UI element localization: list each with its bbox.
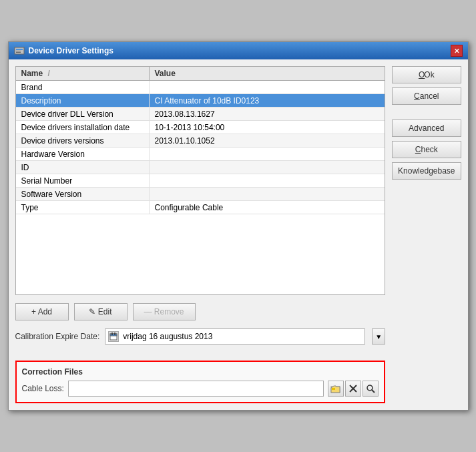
table-row[interactable]: Brand (16, 81, 385, 94)
row-value: 10-1-2013 10:54:00 (150, 121, 385, 134)
name-column-header: Name / (16, 67, 150, 80)
knowledgebase-button[interactable]: Knowledgebase (392, 162, 461, 180)
calibration-date-input[interactable]: vrijdag 16 augustus 2013 (105, 328, 365, 345)
row-value: CI Attenuator of 10dB ID0123 (150, 94, 385, 107)
cable-loss-label: Cable Loss: (22, 384, 64, 393)
row-name: Hardware Version (16, 148, 150, 160)
svg-rect-1 (16, 49, 23, 50)
table-row[interactable]: Description CI Attenuator of 10dB ID0123 (16, 94, 385, 107)
row-name: Device driver DLL Version (16, 107, 150, 120)
main-content: Name / Value Brand Description CI Attenu… (15, 66, 386, 403)
cancel-button[interactable]: Cancel (392, 87, 461, 105)
open-file-button[interactable] (328, 381, 344, 397)
main-window: Device Driver Settings ✕ Name / Value Br… (8, 41, 469, 411)
row-name: Software Version (16, 188, 150, 200)
table-row[interactable]: Type Configurable Cable (16, 201, 385, 214)
calibration-date-label: Calibration Expire Date: (15, 332, 100, 341)
properties-table: Name / Value Brand Description CI Attenu… (15, 66, 386, 295)
window-title: Device Driver Settings (29, 46, 113, 55)
close-button[interactable]: ✕ (451, 45, 463, 57)
window-icon (14, 45, 25, 56)
edit-button[interactable]: ✎ Edit (74, 303, 128, 320)
correction-files-section: Correction Files Cable Loss: (15, 361, 386, 403)
row-name: Type (16, 201, 150, 214)
svg-point-12 (367, 385, 373, 391)
table-row[interactable]: Hardware Version (16, 148, 385, 161)
svg-rect-9 (332, 388, 335, 390)
row-value (150, 174, 385, 187)
cable-loss-row: Cable Loss: (22, 381, 379, 397)
row-name: ID (16, 161, 150, 174)
table-row[interactable]: Device drivers installation date 10-1-20… (16, 121, 385, 134)
row-value (150, 161, 385, 174)
action-buttons: + Add ✎ Edit — Remove (15, 303, 386, 320)
svg-rect-3 (16, 52, 21, 53)
table-spacer (16, 214, 385, 294)
row-name: Device drivers versions (16, 134, 150, 147)
calendar-dropdown-button[interactable]: ▼ (372, 328, 385, 345)
svg-rect-2 (16, 51, 21, 51)
table-row[interactable]: Device drivers versions 2013.01.10.1052 (16, 134, 385, 148)
row-value (150, 148, 385, 160)
ok-button[interactable]: OOk (392, 66, 461, 83)
cable-loss-input[interactable] (68, 381, 324, 397)
side-buttons: OOk Cancel Advanced Check Knowledgebase (392, 66, 461, 403)
row-name: Serial Number (16, 174, 150, 187)
check-button[interactable]: Check (392, 141, 461, 158)
advanced-button[interactable]: Advanced (392, 120, 461, 137)
table-row[interactable]: ID (16, 161, 385, 174)
table-row[interactable]: Software Version (16, 188, 385, 201)
table-row[interactable]: Serial Number (16, 174, 385, 188)
search-file-button[interactable] (363, 381, 379, 397)
calendar-icon (108, 331, 119, 342)
remove-button[interactable]: — Remove (133, 303, 196, 320)
correction-files-title: Correction Files (22, 367, 379, 377)
table-row[interactable]: Device driver DLL Version 2013.08.13.162… (16, 107, 385, 121)
spacer (392, 109, 461, 116)
row-value (150, 188, 385, 200)
row-name: Description (16, 94, 150, 107)
window-body: Name / Value Brand Description CI Attenu… (9, 59, 468, 410)
calibration-date-row: Calibration Expire Date: vrijdag 16 augu… (15, 328, 386, 345)
table-header: Name / Value (16, 67, 385, 81)
calibration-date-value: vrijdag 16 augustus 2013 (123, 332, 212, 341)
correction-action-buttons (328, 381, 379, 397)
title-bar-left: Device Driver Settings (14, 45, 113, 56)
row-value (150, 81, 385, 93)
svg-rect-5 (110, 334, 117, 336)
row-name: Device drivers installation date (16, 121, 150, 134)
row-value: 2013.01.10.1052 (150, 134, 385, 147)
svg-line-13 (372, 390, 375, 393)
row-value: Configurable Cable (150, 201, 385, 214)
title-bar: Device Driver Settings ✕ (9, 42, 468, 59)
value-column-header: Value (150, 67, 385, 80)
add-button[interactable]: + Add (15, 303, 69, 320)
row-value: 2013.08.13.1627 (150, 107, 385, 120)
row-name: Brand (16, 81, 150, 93)
delete-file-button[interactable] (345, 381, 361, 397)
